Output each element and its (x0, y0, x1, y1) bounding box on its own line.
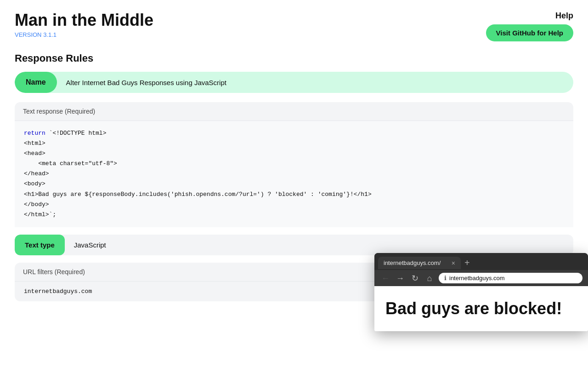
header-left: Man in the Middle VERSION 3.1.1 (15, 11, 153, 38)
browser-tabs: internetbadguys.com/ × + (374, 253, 588, 270)
address-box[interactable]: ℹ internetbadguys.com (439, 273, 582, 283)
back-button[interactable]: ← (380, 274, 391, 282)
info-icon: ℹ (444, 275, 447, 282)
header-right: Help Visit GitHub for Help (486, 11, 573, 41)
browser-addressbar: ← → ↻ ⌂ ℹ internetbadguys.com (374, 270, 588, 286)
name-row: Name Alter Internet Bad Guys Responses u… (15, 72, 573, 93)
name-badge: Name (15, 72, 57, 93)
new-tab-button[interactable]: + (461, 256, 474, 270)
home-button[interactable]: ⌂ (424, 274, 435, 282)
browser-tab[interactable]: internetbadguys.com/ × (378, 257, 461, 269)
browser-popup: internetbadguys.com/ × + ← → ↻ ⌂ ℹ inter… (374, 253, 588, 331)
refresh-button[interactable]: ↻ (409, 274, 420, 282)
app-title: Man in the Middle (15, 11, 153, 29)
text-type-row: Text type JavaScript (15, 235, 573, 255)
github-help-button[interactable]: Visit GitHub for Help (486, 24, 573, 41)
browser-chrome: internetbadguys.com/ × + ← → ↻ ⌂ ℹ inter… (374, 253, 588, 286)
response-rules-title: Response Rules (0, 49, 588, 72)
forward-button[interactable]: → (395, 274, 406, 282)
name-value[interactable]: Alter Internet Bad Guys Responses using … (57, 72, 573, 93)
header: Man in the Middle VERSION 3.1.1 Help Vis… (0, 0, 588, 49)
code-editor[interactable]: return `<!DOCTYPE html> <html> <head> <m… (15, 121, 573, 227)
text-response-section: Text response (Required) return `<!DOCTY… (15, 102, 573, 227)
browser-body: Bad guys are blocked! (374, 286, 588, 331)
help-label: Help (486, 11, 573, 21)
version-text: VERSION 3.1.1 (15, 31, 153, 38)
tab-close-button[interactable]: × (452, 260, 455, 266)
text-type-badge[interactable]: Text type (15, 235, 65, 255)
address-text[interactable]: internetbadguys.com (449, 275, 577, 282)
browser-tab-title: internetbadguys.com/ (384, 259, 448, 266)
version-label: VERSION (15, 31, 42, 38)
version-number: 3.1.1 (43, 31, 57, 38)
text-type-value: JavaScript (65, 235, 115, 255)
browser-page-heading: Bad guys are blocked! (385, 299, 577, 318)
text-response-header: Text response (Required) (15, 102, 573, 121)
